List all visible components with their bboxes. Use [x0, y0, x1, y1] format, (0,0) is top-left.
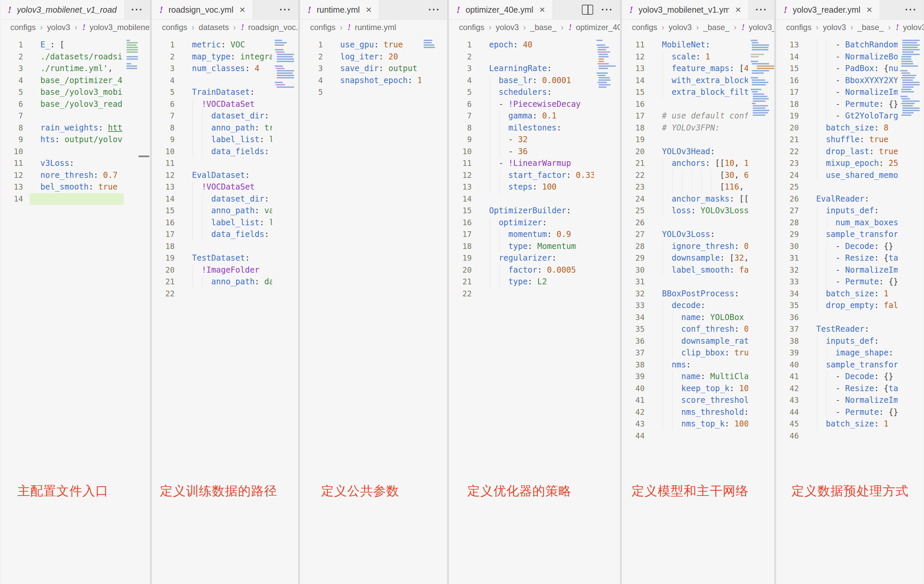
- minimap[interactable]: [127, 40, 146, 73]
- line-content[interactable]: conf_thresh: 0.005: [651, 323, 748, 335]
- line-content[interactable]: - Decode: {}: [805, 371, 898, 383]
- more-actions-icon[interactable]: ···: [905, 4, 917, 15]
- line-content[interactable]: inputs_def:: [805, 335, 898, 347]
- line-content[interactable]: [330, 86, 421, 99]
- line-content[interactable]: - BatchRandomResize: {target_size: [320,…: [805, 39, 898, 51]
- line-content[interactable]: schedulers:: [478, 86, 594, 99]
- line-content[interactable]: base_lr: 0.0001: [478, 75, 594, 87]
- minimap[interactable]: [900, 40, 920, 119]
- breadcrumb-item[interactable]: yolov3: [47, 23, 70, 32]
- breadcrumb-item[interactable]: configs: [786, 23, 812, 32]
- line-content[interactable]: mixup_epoch: 250: [805, 158, 898, 170]
- line-content[interactable]: factor: 0.0005: [478, 264, 594, 276]
- breadcrumb-item[interactable]: configs: [310, 23, 335, 32]
- line-content[interactable]: base_/yolov3_read: [30, 99, 124, 111]
- line-content[interactable]: EvalDataset:: [181, 170, 272, 181]
- line-content[interactable]: - Resize: {target_size: [608, 608]}: [805, 383, 898, 395]
- line-content[interactable]: ./datasets/roadsi: [30, 51, 124, 63]
- breadcrumb-item[interactable]: configs: [632, 23, 657, 32]
- tab[interactable]: !yolov3_mobilenet_v1.yml×: [622, 0, 749, 19]
- line-content[interactable]: shuffle: true: [805, 134, 898, 146]
- line-content[interactable]: [478, 51, 594, 63]
- breadcrumb-item[interactable]: configs: [162, 23, 187, 32]
- line-content[interactable]: - 36: [478, 146, 594, 158]
- close-icon[interactable]: ×: [540, 5, 545, 15]
- line-content[interactable]: use_shared_memory: true: [805, 170, 898, 181]
- line-content[interactable]: [30, 146, 124, 158]
- line-content[interactable]: save_dir: output: [330, 63, 421, 75]
- line-content[interactable]: num_max_boxes: 50: [805, 217, 898, 229]
- line-content[interactable]: - NormalizeBox: {}: [805, 51, 898, 63]
- line-content[interactable]: [651, 430, 748, 442]
- line-content[interactable]: downsample: [32, 16, 8]: [651, 252, 748, 264]
- line-content[interactable]: decode:: [651, 300, 748, 312]
- line-content[interactable]: epoch: 40: [478, 39, 594, 51]
- line-content[interactable]: - Gt2YoloTarget: {anchor_masks: [[6]]}: [805, 110, 898, 122]
- close-icon[interactable]: ×: [239, 5, 245, 15]
- line-content[interactable]: MobileNet:: [651, 39, 748, 51]
- line-content[interactable]: base_/yolov3_mobi: [30, 86, 124, 99]
- line-content[interactable]: [651, 99, 748, 111]
- code-editor[interactable]: 1E_: [2./datasets/roadsi3./runtime.yml',…: [0, 35, 150, 205]
- breadcrumb-file[interactable]: yolov3_reader.yml: [903, 23, 924, 32]
- line-content[interactable]: - NormalizeImage: {mean: [0.485]}: [805, 394, 898, 406]
- line-content[interactable]: loss: YOLOv3Loss: [651, 205, 748, 217]
- line-content[interactable]: type: L2: [478, 276, 594, 288]
- line-content[interactable]: with_extra_block: false: [651, 75, 748, 87]
- line-content[interactable]: batch_size: 1: [805, 288, 898, 300]
- line-content[interactable]: [181, 75, 272, 87]
- line-content[interactable]: LearningRate:: [478, 63, 594, 75]
- line-content[interactable]: [30, 61], [62, 45],: [651, 170, 748, 181]
- breadcrumb-item[interactable]: configs: [10, 23, 36, 32]
- line-content[interactable]: batch_size: 8: [805, 122, 898, 134]
- line-content[interactable]: sample_transforms:: [805, 359, 898, 371]
- line-content[interactable]: - !LinearWarmup: [478, 158, 594, 170]
- scrollbar-thumb[interactable]: [139, 155, 149, 157]
- breadcrumb-item[interactable]: yolov3: [496, 23, 519, 32]
- line-content[interactable]: [651, 134, 748, 146]
- more-actions-icon[interactable]: ···: [428, 4, 440, 15]
- line-content[interactable]: # YOLOv3FPN:: [651, 122, 748, 134]
- breadcrumb-item[interactable]: _base_: [703, 23, 729, 32]
- line-content[interactable]: TestReader:: [805, 323, 898, 335]
- close-icon[interactable]: ×: [735, 5, 741, 15]
- line-content[interactable]: OptimizerBuilder:: [478, 205, 594, 217]
- line-content[interactable]: steps: 100: [478, 181, 594, 193]
- line-content[interactable]: YOLOv3Loss:: [651, 229, 748, 241]
- breadcrumb-item[interactable]: _base_: [857, 23, 884, 32]
- line-content[interactable]: momentum: 0.9: [478, 229, 594, 241]
- line-content[interactable]: bel_smooth: true: [30, 181, 124, 193]
- line-content[interactable]: v3Loss:: [30, 158, 124, 170]
- line-content[interactable]: extra_block_filters: []: [651, 86, 748, 99]
- line-content[interactable]: type: Momentum: [478, 241, 594, 252]
- line-content[interactable]: dataset_dir: dataset/roadsign_voc: [181, 193, 272, 205]
- breadcrumb-item[interactable]: configs: [459, 23, 484, 32]
- line-content[interactable]: [651, 276, 748, 288]
- line-content[interactable]: nore_thresh: 0.7: [30, 170, 124, 181]
- split-editor-icon[interactable]: [582, 5, 593, 15]
- line-content[interactable]: name: YOLOBox: [651, 312, 748, 324]
- line-content[interactable]: - !PiecewiseDecay: [478, 99, 594, 111]
- line-content[interactable]: - Decode: {}: [805, 241, 898, 252]
- line-content[interactable]: EvalReader:: [805, 193, 898, 205]
- line-content[interactable]: [30, 110, 124, 122]
- line-content[interactable]: [116, 90], [156, 198]]: [651, 181, 748, 193]
- line-content[interactable]: data_fields: ['image', 'gt_bbox']: [181, 229, 272, 241]
- tab[interactable]: !yolov3_reader.yml×: [776, 0, 880, 19]
- line-content[interactable]: TrainDataset:: [181, 86, 272, 99]
- breadcrumb-file[interactable]: optimizer_40e.yml: [576, 23, 620, 32]
- line-content[interactable]: nms_top_k: 1000: [651, 418, 748, 430]
- line-content[interactable]: clip_bbox: true: [651, 347, 748, 359]
- minimap[interactable]: [597, 40, 616, 91]
- line-content[interactable]: BBoxPostProcess:: [651, 288, 748, 300]
- line-content[interactable]: label_list: label_list.txt: [181, 217, 272, 229]
- more-actions-icon[interactable]: ···: [131, 4, 143, 15]
- line-content[interactable]: label_list: label_list.txt: [181, 134, 272, 146]
- line-content[interactable]: - NormalizeImage: {mean: [0.485]}: [805, 86, 898, 99]
- line-content[interactable]: anno_path: dataset/roadsign_voc/label_li…: [181, 276, 272, 288]
- breadcrumb-item[interactable]: yolov3: [668, 23, 692, 32]
- line-content[interactable]: optimizer:: [478, 217, 594, 229]
- line-content[interactable]: ignore_thresh: 0.7: [651, 241, 748, 252]
- code-editor[interactable]: 13 - BatchRandomResize: {target_size: [3…: [776, 35, 924, 442]
- line-content[interactable]: - PadBox: {num_max_boxes: 50}: [805, 63, 898, 75]
